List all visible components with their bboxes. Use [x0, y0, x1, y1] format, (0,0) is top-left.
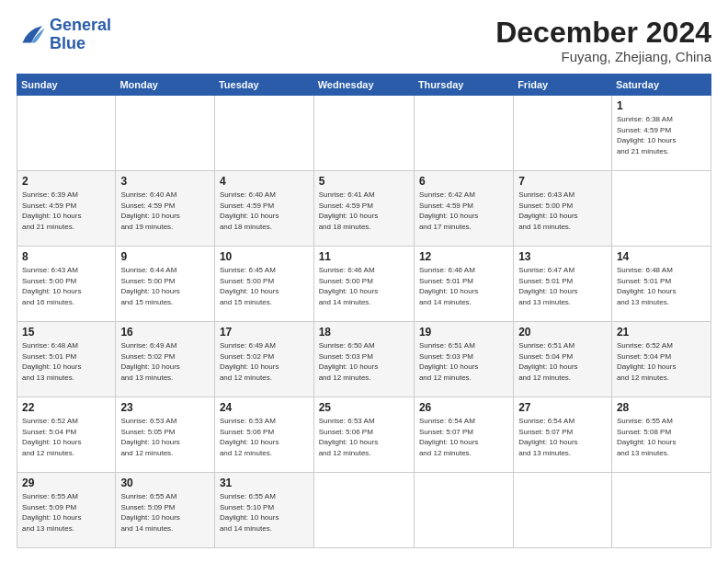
col-friday: Friday — [514, 75, 612, 96]
calendar-cell: 22Sunrise: 6:52 AM Sunset: 5:04 PM Dayli… — [17, 397, 116, 473]
calendar-cell: 23Sunrise: 6:53 AM Sunset: 5:05 PM Dayli… — [116, 397, 215, 473]
day-number: 24 — [220, 401, 309, 414]
day-info: Sunrise: 6:39 AM Sunset: 4:59 PM Dayligh… — [22, 190, 110, 232]
day-info: Sunrise: 6:40 AM Sunset: 4:59 PM Dayligh… — [220, 190, 309, 232]
calendar-cell: 18Sunrise: 6:50 AM Sunset: 5:03 PM Dayli… — [313, 322, 414, 397]
header: General Blue December 2024 Fuyang, Zheji… — [17, 17, 711, 64]
calendar-cell: 30Sunrise: 6:55 AM Sunset: 5:09 PM Dayli… — [116, 473, 215, 548]
day-number: 20 — [518, 326, 607, 339]
day-number: 16 — [120, 326, 210, 339]
calendar-cell: 15Sunrise: 6:48 AM Sunset: 5:01 PM Dayli… — [17, 322, 116, 397]
day-number: 9 — [120, 250, 210, 263]
day-info: Sunrise: 6:52 AM Sunset: 5:04 PM Dayligh… — [22, 416, 110, 458]
day-info: Sunrise: 6:44 AM Sunset: 5:00 PM Dayligh… — [120, 265, 210, 307]
day-info: Sunrise: 6:54 AM Sunset: 5:07 PM Dayligh… — [518, 416, 607, 458]
day-info: Sunrise: 6:42 AM Sunset: 4:59 PM Dayligh… — [419, 190, 508, 232]
day-info: Sunrise: 6:50 AM Sunset: 5:03 PM Dayligh… — [319, 340, 409, 383]
calendar-cell — [116, 96, 215, 171]
calendar-cell: 11Sunrise: 6:46 AM Sunset: 5:00 PM Dayli… — [313, 247, 414, 322]
day-number: 21 — [617, 326, 706, 339]
col-wednesday: Wednesday — [313, 75, 414, 96]
day-info: Sunrise: 6:53 AM Sunset: 5:05 PM Dayligh… — [120, 416, 210, 458]
col-sunday: Sunday — [17, 75, 116, 96]
day-number: 1 — [617, 99, 706, 112]
logo-icon — [17, 22, 46, 48]
logo-text-block: General Blue — [50, 17, 111, 53]
calendar-cell: 2Sunrise: 6:39 AM Sunset: 4:59 PM Daylig… — [17, 171, 116, 247]
day-number: 13 — [518, 250, 607, 263]
day-info: Sunrise: 6:46 AM Sunset: 5:01 PM Dayligh… — [419, 265, 508, 307]
day-info: Sunrise: 6:43 AM Sunset: 5:00 PM Dayligh… — [518, 190, 607, 232]
calendar-cell: 1Sunrise: 6:38 AM Sunset: 4:59 PM Daylig… — [611, 96, 711, 171]
day-number: 11 — [319, 250, 409, 263]
calendar-cell: 29Sunrise: 6:55 AM Sunset: 5:09 PM Dayli… — [17, 473, 116, 548]
calendar-cell: 17Sunrise: 6:49 AM Sunset: 5:02 PM Dayli… — [214, 322, 313, 397]
day-number: 30 — [120, 477, 210, 489]
day-info: Sunrise: 6:49 AM Sunset: 5:02 PM Dayligh… — [120, 340, 210, 383]
calendar-cell: 12Sunrise: 6:46 AM Sunset: 5:01 PM Dayli… — [414, 247, 513, 322]
day-number: 28 — [617, 401, 706, 414]
calendar-cell — [414, 96, 513, 171]
day-number: 23 — [120, 401, 210, 414]
day-number: 18 — [319, 326, 409, 339]
calendar-cell: 5Sunrise: 6:41 AM Sunset: 4:59 PM Daylig… — [313, 171, 414, 247]
day-number: 19 — [419, 326, 508, 339]
day-info: Sunrise: 6:52 AM Sunset: 5:04 PM Dayligh… — [617, 340, 706, 383]
day-info: Sunrise: 6:48 AM Sunset: 5:01 PM Dayligh… — [617, 265, 706, 307]
logo-line2: Blue — [50, 35, 111, 53]
calendar-header-row: Sunday Monday Tuesday Wednesday Thursday… — [17, 75, 711, 96]
calendar-cell — [17, 96, 116, 171]
day-info: Sunrise: 6:45 AM Sunset: 5:00 PM Dayligh… — [220, 265, 309, 307]
calendar-cell: 3Sunrise: 6:40 AM Sunset: 4:59 PM Daylig… — [116, 171, 215, 247]
day-number: 2 — [22, 175, 110, 188]
title-block: December 2024 Fuyang, Zhejiang, China — [495, 17, 711, 64]
day-info: Sunrise: 6:43 AM Sunset: 5:00 PM Dayligh… — [22, 265, 110, 307]
calendar-week-row: 1Sunrise: 6:38 AM Sunset: 4:59 PM Daylig… — [17, 96, 711, 171]
logo-line1: General — [50, 17, 111, 35]
calendar-cell — [214, 96, 313, 171]
day-number: 14 — [617, 250, 706, 263]
calendar-cell: 24Sunrise: 6:53 AM Sunset: 5:06 PM Dayli… — [214, 397, 313, 473]
col-thursday: Thursday — [414, 75, 513, 96]
location-subtitle: Fuyang, Zhejiang, China — [495, 49, 711, 64]
calendar-cell: 31Sunrise: 6:55 AM Sunset: 5:10 PM Dayli… — [214, 473, 313, 548]
day-info: Sunrise: 6:49 AM Sunset: 5:02 PM Dayligh… — [220, 340, 309, 383]
calendar-cell: 13Sunrise: 6:47 AM Sunset: 5:01 PM Dayli… — [514, 247, 612, 322]
calendar-cell: 16Sunrise: 6:49 AM Sunset: 5:02 PM Dayli… — [116, 322, 215, 397]
day-number: 4 — [220, 175, 309, 188]
col-tuesday: Tuesday — [214, 75, 313, 96]
col-monday: Monday — [116, 75, 215, 96]
calendar-cell: 9Sunrise: 6:44 AM Sunset: 5:00 PM Daylig… — [116, 247, 215, 322]
day-info: Sunrise: 6:55 AM Sunset: 5:08 PM Dayligh… — [617, 416, 706, 458]
day-number: 25 — [319, 401, 409, 414]
calendar-cell: 25Sunrise: 6:53 AM Sunset: 5:06 PM Dayli… — [313, 397, 414, 473]
calendar-cell — [313, 96, 414, 171]
day-info: Sunrise: 6:55 AM Sunset: 5:09 PM Dayligh… — [22, 491, 110, 534]
calendar-week-row: 22Sunrise: 6:52 AM Sunset: 5:04 PM Dayli… — [17, 397, 711, 473]
calendar-cell — [514, 473, 612, 548]
calendar-cell: 21Sunrise: 6:52 AM Sunset: 5:04 PM Dayli… — [611, 322, 711, 397]
day-info: Sunrise: 6:47 AM Sunset: 5:01 PM Dayligh… — [518, 265, 607, 307]
calendar-cell — [414, 473, 513, 548]
day-info: Sunrise: 6:48 AM Sunset: 5:01 PM Dayligh… — [22, 340, 110, 383]
day-info: Sunrise: 6:53 AM Sunset: 5:06 PM Dayligh… — [220, 416, 309, 458]
month-title: December 2024 — [495, 17, 711, 49]
day-number: 29 — [22, 477, 110, 489]
day-number: 3 — [120, 175, 210, 188]
day-number: 31 — [220, 477, 309, 489]
day-info: Sunrise: 6:55 AM Sunset: 5:09 PM Dayligh… — [120, 491, 210, 534]
calendar-cell: 27Sunrise: 6:54 AM Sunset: 5:07 PM Dayli… — [514, 397, 612, 473]
calendar-cell: 10Sunrise: 6:45 AM Sunset: 5:00 PM Dayli… — [214, 247, 313, 322]
calendar-cell — [611, 171, 711, 247]
day-number: 8 — [22, 250, 110, 263]
day-number: 5 — [319, 175, 409, 188]
col-saturday: Saturday — [611, 75, 711, 96]
calendar-cell: 19Sunrise: 6:51 AM Sunset: 5:03 PM Dayli… — [414, 322, 513, 397]
calendar-cell: 8Sunrise: 6:43 AM Sunset: 5:00 PM Daylig… — [17, 247, 116, 322]
logo: General Blue — [17, 17, 111, 53]
day-info: Sunrise: 6:38 AM Sunset: 4:59 PM Dayligh… — [617, 114, 706, 156]
day-number: 26 — [419, 401, 508, 414]
day-info: Sunrise: 6:53 AM Sunset: 5:06 PM Dayligh… — [319, 416, 409, 458]
calendar-cell: 14Sunrise: 6:48 AM Sunset: 5:01 PM Dayli… — [611, 247, 711, 322]
day-number: 15 — [22, 326, 110, 339]
